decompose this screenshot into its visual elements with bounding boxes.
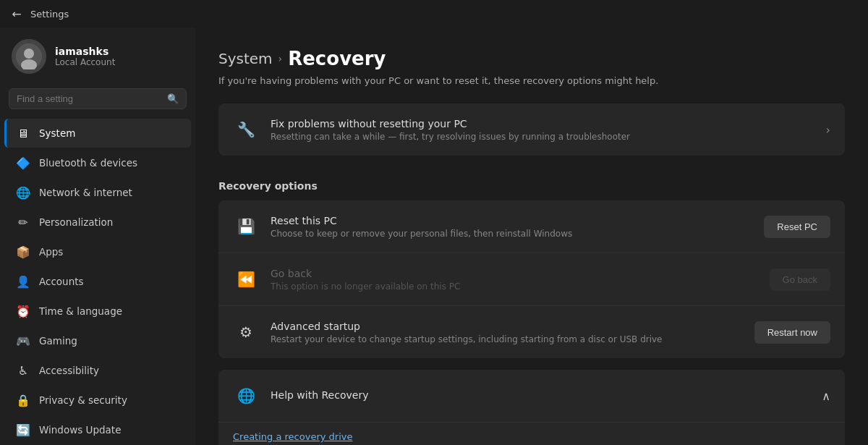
help-card[interactable]: 🌐 Help with Recovery ∧ Creating a recove… (218, 370, 845, 445)
go-back-text: Go back This option is no longer availab… (271, 268, 758, 292)
reset-pc-icon: 💾 (233, 213, 259, 240)
privacy-icon: 🔒 (16, 393, 30, 407)
svg-point-1 (24, 48, 34, 59)
apps-icon: 📦 (16, 245, 30, 259)
sidebar-item-label-privacy: Privacy & security (39, 394, 127, 406)
sidebar-item-label-gaming: Gaming (39, 335, 77, 347)
reset-pc-action: Reset PC (764, 216, 830, 238)
main-layout: iamashks Local Account 🔍 🖥 System 🔷 Blue… (0, 27, 868, 445)
advanced-startup-icon: ⚙ (233, 319, 259, 345)
fix-problems-title: Fix problems without resetting your PC (271, 118, 814, 130)
search-icon: 🔍 (167, 93, 179, 104)
bluetooth-icon: 🔷 (16, 156, 30, 170)
network-icon: 🌐 (16, 185, 30, 200)
breadcrumb-parent: System (218, 50, 273, 67)
sidebar-item-label-windows-update: Windows Update (39, 424, 121, 436)
sidebar-item-privacy[interactable]: 🔒 Privacy & security (4, 386, 191, 415)
sidebar-item-label-accessibility: Accessibility (39, 365, 99, 376)
go-back-title: Go back (271, 268, 758, 279)
fix-problems-desc: Resetting can take a while — first, try … (271, 132, 814, 142)
user-info: iamashks Local Account (55, 46, 115, 67)
recovery-row-reset-pc: 💾 Reset this PC Choose to keep or remove… (218, 200, 845, 253)
sidebar-item-label-accounts: Accounts (39, 276, 84, 287)
breadcrumb-separator: › (278, 53, 283, 64)
back-button[interactable]: ← (10, 7, 23, 20)
search-input[interactable] (17, 93, 161, 104)
fix-problems-action: › (826, 123, 830, 137)
sidebar-item-label-network: Network & internet (39, 187, 132, 198)
avatar (12, 39, 46, 74)
reset-pc-text: Reset this PC Choose to keep or remove y… (271, 215, 752, 239)
gaming-icon: 🎮 (16, 334, 30, 348)
fix-problems-icon: 🔧 (233, 116, 259, 143)
sidebar-item-label-apps: Apps (39, 246, 63, 258)
go-back-icon: ⏪ (233, 266, 259, 292)
app-title: Settings (30, 9, 69, 20)
sidebar-item-accounts[interactable]: 👤 Accounts (4, 267, 191, 296)
section-heading: Recovery options (218, 167, 845, 200)
recovery-row-go-back: ⏪ Go back This option is no longer avail… (218, 253, 845, 306)
sidebar-item-apps[interactable]: 📦 Apps (4, 237, 191, 266)
help-card-content: Creating a recovery drive (218, 422, 845, 445)
sidebar-item-gaming[interactable]: 🎮 Gaming (4, 326, 191, 355)
sidebar-item-label-time: Time & language (39, 305, 122, 317)
sidebar-item-label-system: System (39, 127, 75, 139)
help-link[interactable]: Creating a recovery drive (233, 425, 830, 445)
search-box[interactable]: 🔍 (9, 88, 187, 109)
content-area: System › Recovery If you're having probl… (195, 27, 868, 445)
time-icon: ⏰ (16, 304, 30, 318)
help-card-header[interactable]: 🌐 Help with Recovery ∧ (218, 370, 845, 422)
user-profile[interactable]: iamashks Local Account (0, 27, 195, 88)
sidebar-item-windows-update[interactable]: 🔄 Windows Update (4, 415, 191, 444)
advanced-startup-text: Advanced startup Restart your device to … (271, 321, 743, 344)
accessibility-icon: ♿ (16, 363, 30, 378)
chevron-up-icon: ∧ (822, 389, 830, 403)
page-subtitle: If you're having problems with your PC o… (218, 75, 845, 86)
recovery-row-advanced-startup: ⚙ Advanced startup Restart your device t… (218, 306, 845, 358)
advanced-startup-button[interactable]: Restart now (754, 321, 830, 344)
title-bar: ← Settings (0, 0, 868, 27)
sidebar-item-accessibility[interactable]: ♿ Accessibility (4, 356, 191, 385)
user-role: Local Account (55, 57, 115, 67)
sidebar-item-personalization[interactable]: ✏️ Personalization (4, 208, 191, 237)
sidebar-item-network[interactable]: 🌐 Network & internet (4, 178, 191, 207)
fix-problems-row[interactable]: 🔧 Fix problems without resetting your PC… (218, 103, 845, 156)
windows-update-icon: 🔄 (16, 423, 30, 437)
sidebar-item-bluetooth[interactable]: 🔷 Bluetooth & devices (4, 148, 191, 177)
reset-pc-button[interactable]: Reset PC (764, 216, 830, 238)
sidebar: iamashks Local Account 🔍 🖥 System 🔷 Blue… (0, 27, 195, 445)
nav-list: 🖥 System 🔷 Bluetooth & devices 🌐 Network… (0, 118, 195, 445)
personalization-icon: ✏️ (16, 215, 30, 229)
advanced-startup-title: Advanced startup (271, 321, 743, 332)
go-back-desc: This option is no longer available on th… (271, 281, 758, 292)
user-name: iamashks (55, 46, 115, 57)
help-card-title: Help with Recovery (271, 389, 368, 401)
recovery-options-card: 💾 Reset this PC Choose to keep or remove… (218, 200, 845, 358)
sidebar-item-time[interactable]: ⏰ Time & language (4, 297, 191, 326)
sidebar-item-label-personalization: Personalization (39, 216, 113, 228)
sidebar-item-system[interactable]: 🖥 System (4, 119, 191, 148)
fix-problems-text: Fix problems without resetting your PC R… (271, 118, 814, 142)
sidebar-item-label-bluetooth: Bluetooth & devices (39, 157, 137, 169)
system-icon: 🖥 (16, 126, 30, 140)
breadcrumb-current: Recovery (288, 48, 386, 69)
go-back-button: Go back (770, 268, 830, 291)
help-icon: 🌐 (233, 383, 259, 409)
chevron-right-icon: › (826, 123, 830, 137)
reset-pc-desc: Choose to keep or remove your personal f… (271, 229, 752, 239)
reset-pc-title: Reset this PC (271, 215, 752, 226)
go-back-action: Go back (770, 268, 830, 291)
breadcrumb: System › Recovery (218, 48, 845, 69)
advanced-startup-action: Restart now (754, 321, 830, 344)
advanced-startup-desc: Restart your device to change startup se… (271, 334, 743, 344)
accounts-icon: 👤 (16, 274, 30, 289)
fix-problems-card[interactable]: 🔧 Fix problems without resetting your PC… (218, 103, 845, 156)
